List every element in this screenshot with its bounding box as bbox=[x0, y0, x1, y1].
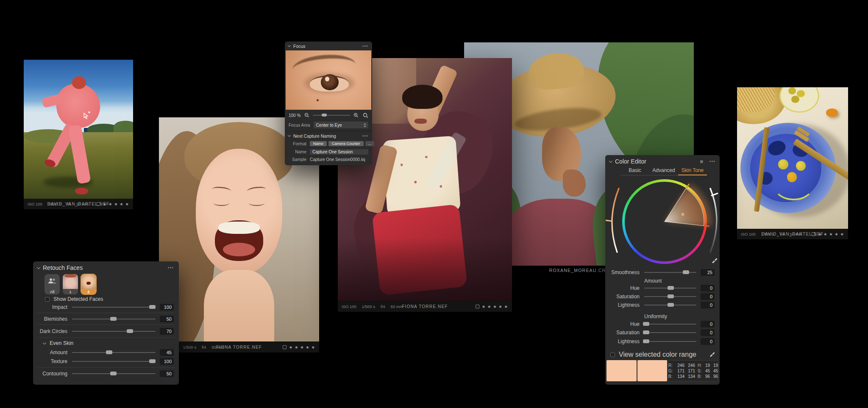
even-skin-section-header[interactable]: Even Skin bbox=[33, 339, 179, 347]
impact-slider[interactable] bbox=[72, 307, 156, 308]
show-detected-faces-checkbox[interactable] bbox=[45, 297, 50, 302]
dark-circles-slider-handle[interactable] bbox=[127, 329, 133, 333]
uniformity-lightness-slider[interactable] bbox=[644, 341, 696, 342]
star-rating[interactable]: ★ ★ ★ ★ ★ bbox=[818, 232, 844, 236]
presets-menu-icon[interactable]: ≡ bbox=[700, 158, 703, 165]
focus-zoom-controls: 100 % bbox=[285, 110, 372, 121]
impact-slider-handle[interactable] bbox=[149, 305, 156, 309]
uniformity-lightness-row: Lightness 0 bbox=[605, 338, 720, 345]
retouch-header[interactable]: Retouch Faces ••• bbox=[33, 261, 179, 273]
skin-tone-swatch-after[interactable] bbox=[637, 360, 668, 381]
star-rating[interactable]: ★ ★ ★ ★ ★ bbox=[103, 202, 129, 206]
focus-zoom-slider[interactable] bbox=[313, 115, 350, 116]
color-editor-header[interactable]: Color Editor ≡ ••• bbox=[605, 155, 720, 167]
even-skin-amount-slider-handle[interactable] bbox=[106, 350, 112, 354]
uniformity-saturation-slider[interactable] bbox=[644, 332, 696, 333]
smoothness-slider-handle[interactable] bbox=[683, 270, 689, 274]
amount-lightness-slider[interactable] bbox=[644, 305, 696, 305]
focus-header[interactable]: Focus ••• bbox=[285, 42, 372, 50]
uniformity-lightness-slider-handle[interactable] bbox=[643, 339, 649, 343]
collapse-chevron-icon[interactable] bbox=[288, 44, 291, 47]
sample-label: Sample bbox=[289, 157, 306, 162]
impact-value[interactable]: 100 bbox=[160, 304, 174, 311]
amount-saturation-value[interactable]: 0 bbox=[701, 293, 715, 300]
uniformity-hue-slider[interactable] bbox=[644, 324, 696, 325]
color-tag-checkbox[interactable] bbox=[283, 345, 287, 349]
collapse-chevron-icon[interactable] bbox=[288, 134, 291, 137]
name-input[interactable]: Capture One Session bbox=[310, 149, 368, 155]
tab-basic[interactable]: Basic bbox=[620, 166, 649, 175]
amount-lightness-value[interactable]: 0 bbox=[701, 302, 715, 308]
star-rating[interactable]: ★ ★ ★ ★ ★ bbox=[482, 304, 508, 309]
collapse-chevron-icon[interactable] bbox=[43, 341, 46, 344]
smoothness-value[interactable]: 25 bbox=[701, 269, 715, 276]
amount-saturation-slider[interactable] bbox=[644, 296, 696, 297]
focus-preview-image[interactable] bbox=[286, 50, 371, 110]
texture-slider-handle[interactable] bbox=[149, 359, 156, 363]
uniformity-hue-value[interactable]: 0 bbox=[701, 321, 715, 328]
blemishes-value[interactable]: 50 bbox=[160, 316, 174, 322]
texture-slider[interactable] bbox=[72, 361, 156, 362]
face-thumb-1[interactable]: 1 bbox=[63, 274, 78, 294]
star-rating[interactable]: ★ ★ ★ ★ ★ bbox=[289, 345, 315, 350]
swatch-strip: R:246246H:1919 G:171171S:4545 B:134134B:… bbox=[606, 360, 718, 381]
color-readout: R:246246H:1919 G:171171S:4545 B:134134B:… bbox=[668, 360, 718, 381]
uniformity-hue-slider-handle[interactable] bbox=[643, 322, 649, 326]
more-options-icon[interactable]: ••• bbox=[362, 44, 368, 48]
dropdown-stepper-icon bbox=[364, 124, 366, 127]
dark-circles-value[interactable]: 70 bbox=[160, 328, 174, 335]
amount-hue-value[interactable]: 0 bbox=[701, 285, 715, 291]
focus-zoom-slider-handle[interactable] bbox=[322, 114, 327, 117]
format-token-camera-counter[interactable]: Camera Counter bbox=[328, 141, 364, 146]
more-options-icon[interactable]: ••• bbox=[362, 134, 368, 138]
smoothness-slider[interactable] bbox=[644, 272, 696, 273]
saturation-arc bbox=[612, 189, 619, 252]
contouring-value[interactable]: 50 bbox=[160, 370, 174, 377]
contouring-slider-handle[interactable] bbox=[110, 372, 117, 375]
texture-value[interactable]: 100 bbox=[160, 358, 174, 365]
face-thumb-all[interactable]: All bbox=[45, 274, 60, 294]
amount-saturation-slider-handle[interactable] bbox=[668, 294, 674, 298]
even-skin-amount-slider[interactable] bbox=[72, 352, 156, 353]
exif-info: ISO 1001/500 sf/450 mm bbox=[28, 202, 89, 206]
capture-one-collage: ISO 1001/500 sf/450 mm DAVID_VAN_DARTEL.… bbox=[0, 0, 868, 408]
color-editor-panel: Color Editor ≡ ••• Basic Advanced Skin T… bbox=[605, 155, 720, 385]
texture-row: Texture 100 bbox=[33, 358, 179, 365]
color-tag-checkbox[interactable] bbox=[97, 202, 100, 206]
amount-hue-slider[interactable] bbox=[644, 288, 696, 289]
more-options-icon[interactable]: ••• bbox=[168, 266, 174, 270]
tab-advanced[interactable]: Advanced bbox=[649, 166, 678, 175]
face-thumb-label: 1 bbox=[63, 289, 78, 294]
tab-skin-tone[interactable]: Skin Tone bbox=[678, 166, 707, 175]
range-eyedropper-icon[interactable] bbox=[709, 352, 715, 358]
blemishes-slider[interactable] bbox=[72, 319, 156, 319]
wedge-tick-lower bbox=[705, 226, 709, 226]
amount-lightness-slider-handle[interactable] bbox=[668, 303, 674, 307]
contouring-slider[interactable] bbox=[72, 373, 156, 374]
pick-skin-tone-eyedropper-icon[interactable] bbox=[711, 258, 717, 264]
uniformity-saturation-value[interactable]: 0 bbox=[701, 329, 715, 336]
collapse-chevron-icon[interactable] bbox=[37, 265, 40, 269]
view-color-range-checkbox[interactable] bbox=[610, 352, 615, 357]
format-more-button[interactable]: … bbox=[365, 141, 374, 146]
more-options-icon[interactable]: ••• bbox=[709, 159, 715, 164]
collapse-chevron-icon[interactable] bbox=[609, 159, 612, 162]
blemishes-slider-handle[interactable] bbox=[110, 317, 117, 321]
loupe-icon[interactable] bbox=[363, 113, 368, 118]
amount-hue-slider-handle[interactable] bbox=[668, 286, 674, 290]
even-skin-amount-value[interactable]: 45 bbox=[160, 349, 174, 356]
uniformity-saturation-slider-handle[interactable] bbox=[643, 330, 649, 334]
face-thumb-2-selected[interactable]: 2 bbox=[81, 274, 96, 294]
focus-area-dropdown[interactable]: Center to Eye bbox=[314, 122, 368, 128]
zoom-level-value: 100 % bbox=[289, 113, 300, 118]
even-skin-label: Even Skin bbox=[50, 340, 73, 346]
naming-header[interactable]: Next Capture Naming ••• bbox=[285, 131, 372, 140]
color-tag-checkbox[interactable] bbox=[476, 305, 479, 308]
zoom-in-icon[interactable] bbox=[353, 113, 359, 118]
dark-circles-slider[interactable] bbox=[72, 331, 156, 332]
color-tag-checkbox[interactable] bbox=[812, 232, 815, 236]
skin-tone-swatch-before[interactable] bbox=[606, 360, 637, 381]
zoom-out-icon[interactable] bbox=[304, 113, 309, 118]
format-token-name[interactable]: Name bbox=[310, 141, 327, 146]
uniformity-lightness-value[interactable]: 0 bbox=[701, 338, 715, 345]
